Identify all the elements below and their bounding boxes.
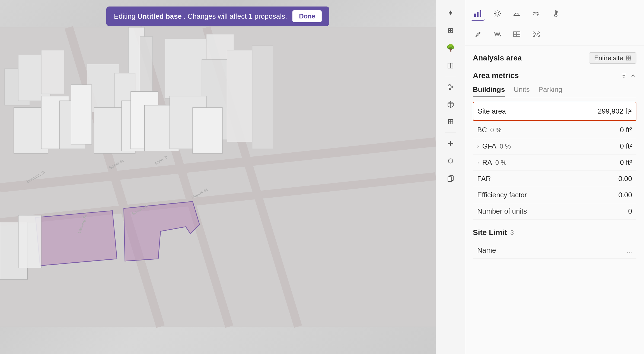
metric-ra-label: RA (482, 158, 492, 167)
svg-line-71 (495, 15, 495, 16)
waveform-tab-icon[interactable] (490, 27, 504, 41)
svg-rect-22 (71, 85, 92, 144)
metric-gfa-pct: 0 % (500, 143, 511, 150)
svg-marker-54 (452, 143, 453, 144)
arrows-tool[interactable] (443, 136, 458, 151)
metric-bc-value: 0 ft² (620, 126, 632, 134)
svg-line-90 (537, 35, 538, 35)
refresh-tool[interactable] (443, 153, 458, 169)
site-area-row: Site area 299,902 ft² (473, 102, 636, 121)
metric-row-gfa: › GFA 0 % 0 ft² (473, 138, 636, 155)
metric-efficiency-value: 0.00 (618, 191, 632, 199)
ra-chevron-icon[interactable]: › (477, 159, 479, 166)
metric-bc-pct: 0 % (490, 126, 501, 134)
notification-banner: Editing Untitled base . Changes will aff… (106, 7, 329, 26)
proposals-label: proposals. (254, 12, 287, 20)
site-area-label: Site area (478, 107, 506, 115)
svg-line-70 (499, 11, 500, 12)
metric-gfa-value: 0 ft² (620, 142, 632, 150)
site-limit-title: Site Limit (473, 228, 507, 237)
svg-point-84 (538, 32, 540, 33)
metric-bc-left: BC 0 % (477, 126, 501, 134)
tab-parking[interactable]: Parking (538, 85, 562, 97)
analytics-tab-icon[interactable] (471, 7, 485, 21)
svg-point-85 (533, 35, 535, 37)
copy-tool[interactable] (443, 171, 458, 186)
svg-marker-56 (450, 145, 451, 146)
svg-rect-79 (517, 32, 520, 34)
svg-point-86 (538, 35, 540, 37)
svg-line-69 (499, 15, 500, 16)
site-limit-count: 3 (510, 229, 514, 236)
svg-rect-61 (477, 12, 479, 17)
svg-rect-80 (514, 34, 517, 37)
tab-units[interactable]: Units (514, 85, 530, 97)
metric-row-far: FAR 0.00 (473, 171, 636, 187)
svg-marker-29 (36, 211, 117, 266)
solar-panel-tab-icon[interactable] (510, 27, 524, 41)
metric-gfa-left: › GFA 0 % (477, 142, 511, 150)
tool-sidebar: ✦ ⊞ 🌳 ◫ (436, 0, 465, 354)
tool-divider-2 (445, 133, 456, 133)
dome-tab-icon[interactable] (510, 7, 524, 21)
site-area-value: 299,902 ft² (598, 107, 632, 115)
leaf-tab-icon[interactable] (471, 27, 485, 41)
site-limit-section: Site Limit 3 Name ... (473, 228, 636, 259)
svg-rect-59 (448, 177, 452, 182)
svg-rect-81 (517, 34, 520, 37)
site-limit-name-value: ... (627, 247, 632, 254)
analysis-area-section: Analysis area Entire site (473, 52, 636, 64)
filter-icon (621, 72, 627, 79)
site-limit-name-row: Name ... (473, 242, 636, 259)
tree-tool[interactable]: 🌳 (443, 40, 458, 55)
sun-tab-icon[interactable] (490, 7, 504, 21)
blocks-tool[interactable]: ⊞ (443, 23, 458, 38)
cube-3d-tool[interactable] (443, 97, 458, 112)
svg-rect-92 (629, 56, 631, 58)
temperature-tab-icon[interactable] (549, 7, 563, 21)
area-metrics-title: Area metrics (473, 71, 519, 80)
box-tool[interactable] (443, 114, 458, 129)
metric-row-bc: BC 0 % 0 ft² (473, 122, 636, 138)
chevron-up-icon (630, 72, 636, 79)
svg-rect-13 (41, 50, 64, 94)
svg-point-44 (449, 88, 451, 90)
area-metrics-controls[interactable] (621, 72, 636, 79)
molecules-tab-icon[interactable] (529, 27, 543, 41)
metric-ra-left: › RA 0 % (477, 158, 506, 167)
svg-rect-28 (193, 108, 222, 153)
svg-point-82 (535, 33, 537, 35)
svg-line-89 (535, 35, 535, 35)
svg-rect-94 (629, 58, 631, 60)
analysis-area-badge[interactable]: Entire site (589, 52, 636, 64)
svg-marker-53 (448, 143, 449, 144)
gfa-chevron-icon[interactable]: › (477, 143, 479, 149)
viewport-3d: Brannan St Spear St Main St Market St Sp… (0, 0, 436, 354)
metric-row-ra: › RA 0 % 0 ft² (473, 155, 636, 171)
city-buildings-svg: Brannan St Spear St Main St Market St Sp… (0, 0, 436, 354)
svg-rect-62 (480, 10, 481, 17)
tab-buildings[interactable]: Buildings (473, 85, 505, 97)
svg-rect-14 (87, 64, 119, 112)
sparkle-tool[interactable]: ✦ (443, 5, 458, 21)
svg-point-43 (451, 86, 452, 88)
notification-suffix: . Changes will affect (184, 12, 248, 20)
svg-line-88 (537, 33, 538, 34)
sliders-tool[interactable] (443, 79, 458, 95)
panel-content: Analysis area Entire site Area metrics (465, 46, 644, 354)
svg-marker-55 (450, 141, 451, 142)
done-button[interactable]: Done (292, 10, 322, 22)
site-limit-header: Site Limit 3 (473, 228, 636, 237)
metric-far-value: 0.00 (618, 175, 632, 183)
svg-rect-60 (474, 14, 476, 17)
svg-point-74 (554, 14, 557, 17)
layers-tool[interactable]: ◫ (443, 57, 458, 73)
svg-rect-9 (165, 39, 206, 98)
svg-line-68 (495, 11, 495, 12)
wind-tab-icon[interactable] (529, 7, 543, 21)
notification-text: Editing Untitled base . Changes will aff… (114, 12, 287, 21)
analysis-area-badge-label: Entire site (594, 54, 623, 62)
site-limit-name-label: Name (477, 246, 496, 255)
metric-ra-value: 0 ft² (620, 158, 632, 167)
svg-marker-57 (448, 161, 449, 163)
